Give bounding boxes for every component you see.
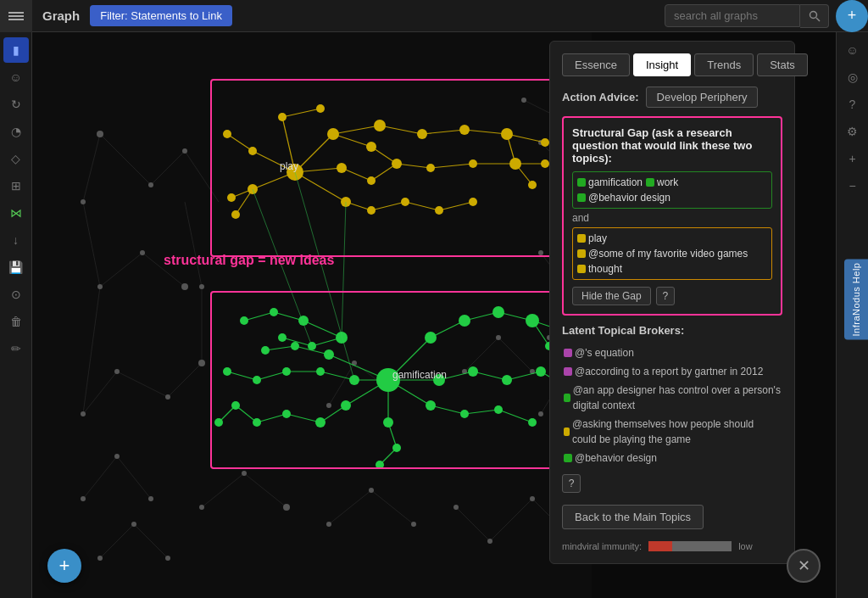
tab-trends[interactable]: Trends — [694, 53, 754, 76]
sidebar-right-face[interactable]: ☺ — [840, 37, 865, 63]
add-button[interactable]: + — [47, 549, 81, 583]
tab-insight[interactable]: Insight — [633, 53, 691, 76]
svg-point-67 — [496, 335, 501, 340]
ltb-tag5: @behavior design — [564, 450, 657, 466]
back-to-main-topics-button[interactable]: Back to the Main Topics — [562, 505, 704, 529]
svg-point-76 — [521, 98, 526, 103]
structural-gap-title: Structural Gap (ask a research question … — [572, 126, 772, 165]
svg-point-132 — [316, 104, 325, 113]
develop-periphery-button[interactable]: Develop Periphery — [646, 87, 759, 108]
tag-dot-gamification — [577, 178, 586, 187]
sidebar-icon-download[interactable]: ↓ — [3, 227, 29, 253]
infranodus-help-tab[interactable]: InfraNodus Help — [844, 259, 868, 339]
immunity-label: mindviral immunity: — [562, 541, 642, 551]
svg-point-117 — [392, 159, 402, 169]
svg-point-72 — [538, 250, 543, 255]
sg-help-button[interactable]: ? — [656, 287, 675, 305]
tag-video-games: @some of my favorite video games — [577, 248, 748, 260]
svg-point-46 — [198, 360, 205, 366]
ltb-title: Latent Topical Brokers: — [562, 324, 782, 337]
svg-point-37 — [148, 182, 153, 187]
ltb-dot5 — [564, 454, 572, 462]
tag-thought: thought — [577, 263, 622, 275]
close-button[interactable]: ✕ — [787, 549, 821, 583]
profile-button[interactable]: + — [836, 0, 868, 32]
ltb-dot1 — [564, 349, 572, 357]
search-area: + — [665, 0, 868, 32]
cluster2-tags: play @some of my favorite video games th… — [572, 227, 772, 280]
svg-point-199 — [315, 417, 326, 428]
svg-point-177 — [425, 332, 437, 344]
sidebar-icon-refresh[interactable]: ↻ — [3, 92, 29, 117]
svg-rect-2 — [32, 32, 592, 598]
action-advice-row: Action Advice: Develop Periphery — [562, 87, 782, 108]
svg-point-50 — [97, 556, 103, 561]
tag-work: work — [646, 176, 678, 188]
filter-button[interactable]: Filter: Statements to Link — [90, 5, 232, 26]
menu-button[interactable] — [0, 0, 32, 32]
sidebar-icon-clock[interactable]: ◔ — [3, 119, 29, 144]
sidebar-icon-diamond[interactable]: ◇ — [3, 146, 29, 171]
svg-point-182 — [383, 417, 393, 428]
sidebar-right-gear[interactable]: ⚙ — [840, 119, 865, 144]
svg-point-126 — [528, 181, 537, 189]
svg-point-47 — [81, 496, 86, 501]
graph-canvas: play gamification structural gap = new i… — [32, 32, 592, 598]
svg-point-186 — [459, 315, 470, 327]
svg-point-119 — [426, 164, 435, 172]
svg-point-69 — [538, 411, 543, 416]
svg-point-54 — [242, 471, 247, 476]
svg-point-183 — [324, 349, 334, 360]
search-button[interactable] — [800, 4, 829, 28]
svg-point-202 — [231, 401, 240, 410]
sidebar-icon-share[interactable]: ⋈ — [3, 200, 29, 226]
tag-dot-thought — [577, 265, 586, 273]
svg-point-118 — [417, 129, 427, 139]
svg-point-44 — [114, 369, 120, 374]
sidebar-right-minus[interactable]: − — [840, 173, 865, 198]
svg-point-116 — [366, 142, 376, 152]
svg-point-49 — [148, 496, 153, 501]
immunity-bar — [648, 541, 732, 551]
svg-point-212 — [392, 444, 401, 452]
svg-point-211 — [240, 316, 248, 325]
svg-point-206 — [253, 376, 261, 384]
svg-point-63 — [487, 539, 492, 544]
svg-point-200 — [282, 410, 291, 418]
tag-behavior-design: @behavior design — [577, 192, 670, 204]
sidebar-right-help[interactable]: ? — [840, 92, 865, 117]
svg-point-39 — [81, 199, 86, 204]
ltb-dot4 — [564, 428, 570, 436]
svg-point-62 — [453, 505, 459, 510]
sidebar-icon-edit[interactable]: ✏ — [3, 336, 29, 361]
sidebar-icon-grid[interactable]: ⊞ — [3, 173, 29, 198]
sidebar-icon-face[interactable]: ☺ — [3, 64, 29, 90]
ltb-dot2 — [564, 367, 572, 376]
tag-dot-work — [646, 178, 654, 187]
sidebar-icon-indicator[interactable]: ▮ — [3, 37, 29, 63]
svg-point-203 — [214, 418, 223, 427]
tab-essence[interactable]: Essence — [562, 53, 630, 76]
sidebar-icon-trash[interactable]: 🗑 — [3, 309, 29, 334]
svg-point-125 — [541, 159, 549, 168]
svg-point-48 — [114, 454, 120, 459]
action-advice-label: Action Advice: — [562, 91, 639, 103]
tag-play: play — [577, 232, 607, 244]
svg-point-38 — [182, 148, 187, 154]
svg-point-42 — [181, 283, 188, 290]
sg-title-text: Structural Gap — [572, 126, 648, 139]
svg-point-45 — [165, 394, 170, 400]
search-input[interactable] — [665, 4, 800, 27]
sidebar-right-target[interactable]: ◎ — [840, 64, 865, 90]
tab-stats[interactable]: Stats — [757, 53, 808, 76]
ltb-help-button[interactable]: ? — [562, 474, 581, 493]
svg-point-53 — [199, 505, 204, 510]
svg-point-36 — [97, 131, 103, 137]
hide-gap-button[interactable]: Hide the Gap — [572, 287, 651, 305]
sidebar-icon-save[interactable]: 💾 — [3, 254, 29, 280]
sidebar-right-plus[interactable]: + — [840, 146, 865, 171]
tag-dot-behavior-design — [577, 193, 586, 202]
sidebar-icon-user[interactable]: ⊙ — [3, 282, 29, 307]
svg-point-129 — [401, 198, 409, 206]
tag-gamification: gamification — [577, 176, 643, 188]
